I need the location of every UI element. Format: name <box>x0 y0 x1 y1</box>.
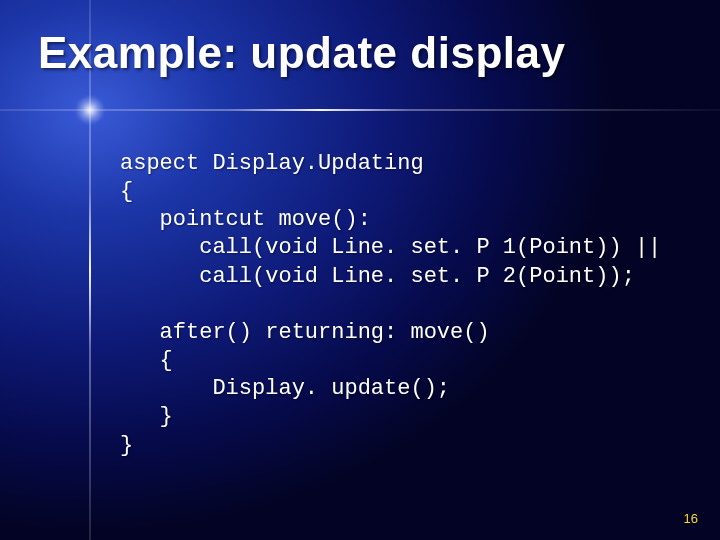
lens-flare-core <box>75 95 105 125</box>
slide-title: Example: update display <box>38 28 565 78</box>
code-block: aspect Display.Updating { pointcut move(… <box>120 150 680 460</box>
page-number: 16 <box>684 511 698 526</box>
slide: Example: update display aspect Display.U… <box>0 0 720 540</box>
